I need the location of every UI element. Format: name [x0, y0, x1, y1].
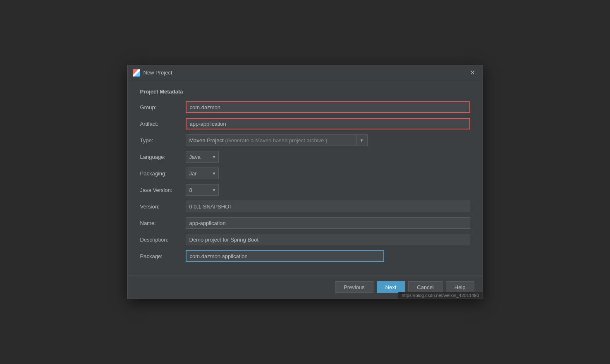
group-label: Group: — [140, 104, 186, 110]
next-button[interactable]: Next — [377, 281, 405, 293]
packaging-select[interactable]: Jar War — [186, 168, 219, 179]
titlebar-left: New Project — [133, 69, 172, 77]
java-version-field: 8 11 17 ▼ — [186, 184, 470, 196]
package-label: Package: — [140, 253, 186, 259]
type-row: Type: Maven Project (Generate a Maven ba… — [140, 134, 470, 146]
language-label: Language: — [140, 154, 186, 160]
type-select-text: Maven Project (Generate a Maven based pr… — [186, 136, 356, 145]
name-row: Name: — [140, 217, 470, 229]
language-select-wrapper: Java Kotlin Groovy ▼ — [186, 151, 219, 163]
dialog-title: New Project — [144, 69, 172, 76]
description-label: Description: — [140, 237, 186, 243]
previous-button[interactable]: Previous — [335, 281, 373, 293]
artifact-field — [186, 118, 470, 129]
artifact-label: Artifact: — [140, 121, 186, 127]
version-field — [186, 201, 470, 212]
type-label: Type: — [140, 137, 186, 144]
java-version-select[interactable]: 8 11 17 — [186, 184, 219, 196]
name-input[interactable] — [186, 217, 470, 229]
dialog-content: Project Metadata Group: Artifact: Type: … — [128, 80, 483, 275]
packaging-row: Packaging: Jar War ▼ — [140, 168, 470, 179]
packaging-select-wrapper: Jar War ▼ — [186, 168, 219, 179]
language-select[interactable]: Java Kotlin Groovy — [186, 151, 219, 163]
type-dropdown-button[interactable]: ▼ — [356, 135, 367, 146]
cancel-button[interactable]: Cancel — [408, 281, 442, 293]
package-input[interactable] — [186, 250, 384, 262]
package-row: Package: — [140, 250, 470, 262]
name-field — [186, 217, 470, 229]
app-logo-icon — [133, 69, 140, 77]
java-version-row: Java Version: 8 11 17 ▼ — [140, 184, 470, 196]
group-input[interactable] — [186, 101, 470, 113]
help-button[interactable]: Help — [446, 281, 474, 293]
artifact-input[interactable] — [186, 118, 470, 129]
group-field — [186, 101, 470, 113]
close-button[interactable]: ✕ — [467, 69, 478, 77]
java-version-select-wrapper: 8 11 17 ▼ — [186, 184, 219, 196]
language-row: Language: Java Kotlin Groovy ▼ — [140, 151, 470, 163]
artifact-row: Artifact: — [140, 118, 470, 129]
language-field: Java Kotlin Groovy ▼ — [186, 151, 470, 163]
version-label: Version: — [140, 204, 186, 210]
version-input[interactable] — [186, 201, 470, 212]
type-select-wrapper[interactable]: Maven Project (Generate a Maven based pr… — [186, 134, 368, 146]
packaging-field: Jar War ▼ — [186, 168, 470, 179]
dialog-titlebar: New Project ✕ — [128, 65, 483, 80]
description-field — [186, 234, 470, 245]
packaging-label: Packaging: — [140, 170, 186, 177]
java-version-label: Java Version: — [140, 187, 186, 193]
description-input[interactable] — [186, 234, 470, 245]
description-row: Description: — [140, 234, 470, 245]
section-title: Project Metadata — [140, 89, 470, 95]
type-field: Maven Project (Generate a Maven based pr… — [186, 134, 470, 146]
new-project-dialog: New Project ✕ Project Metadata Group: Ar… — [127, 65, 483, 299]
version-row: Version: — [140, 201, 470, 212]
package-field — [186, 250, 470, 262]
group-row: Group: — [140, 101, 470, 113]
name-label: Name: — [140, 220, 186, 226]
url-bar: https://blog.csdn.net/weixin_42011493 — [398, 292, 482, 299]
